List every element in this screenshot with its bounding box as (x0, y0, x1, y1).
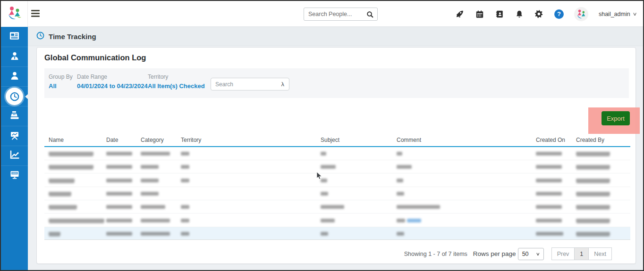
redacted-cell-created-by[interactable] (576, 205, 610, 209)
app-logo[interactable] (1, 1, 28, 27)
redacted-cell-comment (397, 179, 403, 182)
mouse-cursor (316, 172, 323, 182)
sidebar-item-presentation[interactable] (1, 126, 28, 146)
redacted-cell-category (141, 192, 159, 196)
redacted-cell-created-by[interactable] (576, 192, 610, 196)
table-row[interactable] (44, 174, 630, 187)
table-row[interactable] (44, 214, 630, 227)
gear-icon[interactable] (534, 9, 544, 19)
column-header-territory[interactable]: Territory (181, 137, 201, 143)
search-icon[interactable] (366, 11, 373, 18)
redacted-cell-name[interactable] (49, 192, 71, 196)
sidebar-item-employee[interactable] (1, 47, 28, 66)
redacted-cell-subject (321, 205, 344, 209)
presentation-board-icon (10, 131, 19, 142)
redacted-cell-name[interactable] (49, 165, 93, 169)
address-book-icon[interactable] (495, 9, 504, 19)
rows-per-page-value: 50 (522, 251, 529, 257)
sidebar-item-reports[interactable] (1, 146, 28, 165)
column-header-created-by[interactable]: Created By (576, 137, 604, 143)
sidebar-item-user[interactable] (1, 66, 28, 86)
user-avatar[interactable] (574, 7, 588, 21)
redacted-cell-territory (181, 179, 189, 182)
table-row[interactable] (44, 200, 630, 214)
redacted-cell-comment (397, 152, 402, 156)
column-header-created-on[interactable]: Created On (536, 137, 565, 143)
redacted-cell-category (141, 232, 170, 236)
redacted-cell-date (106, 205, 132, 209)
redacted-cell-name[interactable] (49, 152, 93, 156)
logo-icon (6, 6, 22, 23)
redacted-cell-subject (321, 165, 336, 169)
hamburger-menu-icon[interactable] (31, 10, 40, 17)
group-by-value[interactable]: All (49, 82, 73, 90)
sidebar-item-monitor[interactable] (1, 165, 28, 185)
time-tracking-clock-icon (36, 32, 44, 41)
territory-filter: Territory All Item(s) Checked (148, 74, 205, 90)
rocket-icon[interactable] (455, 9, 465, 19)
communication-log-card: Global Communication Log Group By All Da… (36, 47, 636, 264)
redacted-cell-comment (397, 219, 405, 222)
prev-page-button[interactable]: Prev (551, 247, 575, 260)
redacted-cell-created-by[interactable] (576, 232, 610, 236)
redacted-cell-comment (397, 232, 404, 236)
redacted-cell-name[interactable] (49, 219, 104, 222)
table-row[interactable] (44, 187, 630, 200)
redacted-cell-category (141, 165, 159, 169)
sidebar-nav (1, 27, 28, 271)
redacted-more-link[interactable] (407, 219, 421, 222)
table-search-input[interactable] (211, 81, 281, 88)
help-icon[interactable]: ? (554, 9, 564, 19)
clock-icon (6, 88, 23, 105)
user-menu[interactable]: shail_admin ∨ (599, 11, 636, 17)
date-range-label: Date Range (77, 74, 148, 80)
redacted-cell-name[interactable] (49, 205, 77, 209)
export-button[interactable]: Export (602, 111, 630, 125)
column-header-category[interactable]: Category (141, 137, 164, 143)
column-header-subject[interactable]: Subject (321, 137, 339, 143)
territory-value[interactable]: All Item(s) Checked (148, 82, 205, 90)
redacted-cell-comment (397, 205, 440, 209)
redacted-cell-created-on (536, 205, 562, 209)
redacted-cell-date (106, 219, 132, 222)
redacted-cell-territory (181, 205, 189, 209)
redacted-cell-name[interactable] (49, 232, 60, 236)
select-chevron-icon: ∨ (536, 252, 540, 256)
table-body (44, 147, 630, 240)
date-range-value[interactable]: 04/01/2024 to 04/23/2024 (77, 82, 148, 90)
redacted-cell-comment (397, 165, 412, 169)
redacted-cell-category (141, 179, 159, 182)
redacted-cell-created-by[interactable] (576, 179, 610, 182)
column-header-comment[interactable]: Comment (397, 137, 421, 143)
sidebar-item-payroll[interactable] (1, 106, 28, 126)
sidebar-item-time-tracking[interactable] (1, 86, 28, 106)
page-number-button[interactable]: 1 (575, 247, 589, 260)
rows-per-page-select[interactable]: 50 ∨ (518, 248, 544, 260)
cash-register-icon (10, 111, 19, 122)
rows-per-page-label: Rows per page (473, 250, 516, 257)
redacted-cell-created-by[interactable] (576, 219, 610, 222)
table-row[interactable] (44, 147, 630, 160)
card-title: Global Communication Log (44, 53, 146, 62)
table-search-box: λ (211, 78, 289, 90)
redacted-cell-created-on (536, 219, 562, 222)
search-people-input[interactable] (304, 11, 366, 17)
redacted-cell-category (141, 219, 170, 222)
people-search-box (304, 8, 378, 21)
table-row[interactable] (44, 227, 630, 240)
group-by-label: Group By (49, 74, 73, 80)
redacted-cell-created-by[interactable] (576, 165, 610, 169)
next-page-button[interactable]: Next (589, 247, 612, 260)
redacted-cell-created-on (536, 232, 563, 236)
redacted-cell-date (106, 152, 132, 156)
bell-icon[interactable] (515, 9, 524, 19)
redacted-cell-created-by[interactable] (576, 152, 610, 156)
redacted-cell-comment (397, 192, 404, 196)
table-row[interactable] (44, 160, 630, 173)
calendar-icon[interactable] (475, 9, 484, 19)
column-header-name[interactable]: Name (49, 137, 64, 143)
redacted-cell-name[interactable] (49, 179, 75, 182)
column-header-date[interactable]: Date (106, 137, 118, 143)
sidebar-item-dashboard[interactable] (1, 27, 28, 47)
user-icon (10, 71, 19, 82)
